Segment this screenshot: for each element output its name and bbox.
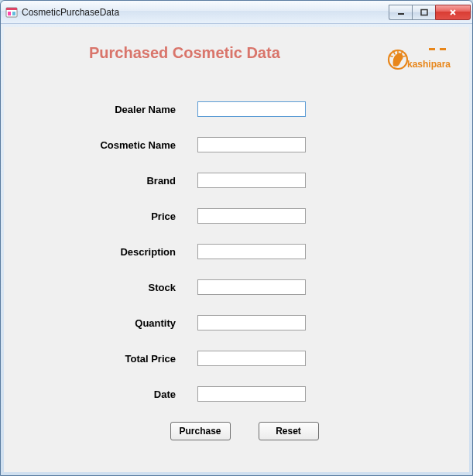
app-icon (5, 6, 18, 19)
page-title: Purchased Cosmetic Data (89, 44, 280, 62)
purchase-button[interactable]: Purchase (170, 422, 231, 440)
form: Dealer Name Cosmetic Name Brand Price De… (4, 101, 469, 402)
label-dealer-name: Dealer Name (70, 104, 197, 115)
logo-kashipara: kashipara (384, 44, 451, 83)
minimize-button[interactable] (389, 5, 412, 20)
maximize-button[interactable] (412, 5, 435, 20)
input-date[interactable] (197, 386, 306, 402)
svg-text:kashipara: kashipara (407, 59, 451, 70)
row-price: Price (70, 208, 469, 224)
label-quantity: Quantity (70, 317, 197, 329)
svg-rect-3 (12, 12, 15, 15)
titlebar[interactable]: CosmeticPurchaseData (1, 1, 472, 24)
button-row: Purchase Reset (4, 422, 469, 440)
row-description: Description (70, 244, 469, 259)
label-total-price: Total Price (70, 353, 197, 365)
row-cosmetic-name: Cosmetic Name (70, 137, 469, 152)
label-stock: Stock (70, 282, 197, 293)
label-brand: Brand (70, 175, 197, 187)
input-brand[interactable] (197, 173, 306, 188)
application-window: CosmeticPurchaseData Purchased Cosmetic … (0, 0, 473, 476)
input-stock[interactable] (197, 279, 306, 295)
close-button[interactable] (435, 5, 471, 20)
header-row: Purchased Cosmetic Data kashipara (4, 27, 469, 83)
input-description[interactable] (197, 244, 306, 259)
client-area: Purchased Cosmetic Data kashipara Dealer… (4, 27, 469, 472)
input-cosmetic-name[interactable] (197, 137, 306, 152)
label-cosmetic-name: Cosmetic Name (70, 139, 197, 151)
svg-rect-2 (8, 12, 11, 15)
reset-button[interactable]: Reset (259, 422, 319, 440)
input-price[interactable] (197, 208, 306, 224)
input-quantity[interactable] (197, 315, 306, 330)
row-date: Date (70, 386, 469, 402)
svg-rect-11 (440, 48, 446, 50)
window-controls (389, 5, 471, 20)
svg-rect-1 (6, 8, 17, 10)
input-dealer-name[interactable] (197, 101, 306, 117)
row-brand: Brand (70, 173, 469, 188)
row-total-price: Total Price (70, 351, 469, 366)
label-price: Price (70, 211, 197, 222)
label-date: Date (70, 389, 197, 400)
svg-rect-10 (429, 48, 435, 50)
label-description: Description (70, 246, 197, 258)
svg-rect-5 (421, 9, 427, 15)
row-dealer-name: Dealer Name (70, 101, 469, 117)
row-stock: Stock (70, 279, 469, 295)
row-quantity: Quantity (70, 315, 469, 330)
input-total-price[interactable] (197, 351, 306, 366)
window-title: CosmeticPurchaseData (22, 7, 389, 18)
